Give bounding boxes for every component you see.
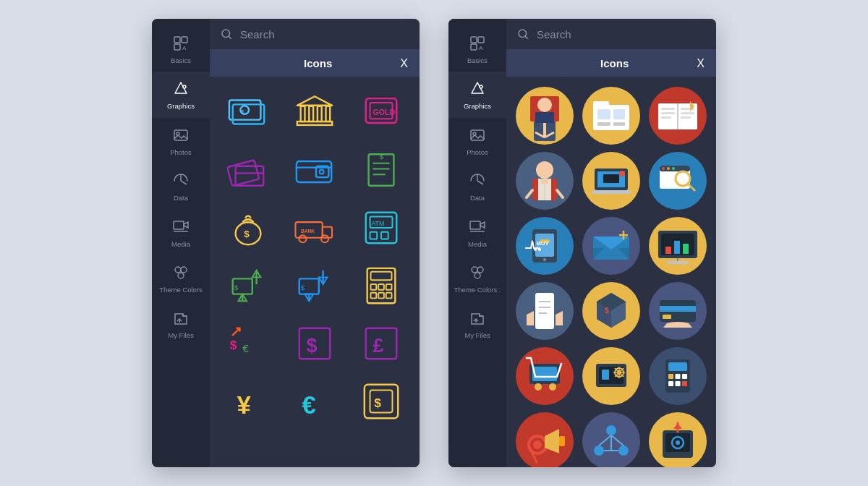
graphics-icon	[171, 79, 191, 99]
flat-icon-mail-envelope[interactable]	[582, 217, 641, 275]
svg-rect-158	[683, 244, 689, 254]
svg-point-201	[618, 446, 629, 456]
flat-icon-search-web[interactable]	[648, 152, 707, 210]
svg-rect-172	[663, 315, 671, 319]
svg-text:BUY: BUY	[537, 240, 550, 247]
flat-icon-credit-card-hand[interactable]	[648, 282, 707, 340]
svg-point-44	[299, 235, 306, 242]
flat-icon-chart-presentation[interactable]	[648, 217, 707, 275]
left-sidebar: A Basics Graphics Photos Data M	[152, 19, 210, 467]
right-sidebar-item-graphics[interactable]: Graphics	[448, 72, 506, 117]
svg-point-93	[472, 267, 477, 273]
outline-icon-money-bag[interactable]: $	[218, 202, 278, 253]
outline-icon-yen[interactable]: ¥	[218, 376, 278, 427]
flat-icon-shopping-cart[interactable]	[515, 347, 574, 405]
right-sidebar-item-data[interactable]: Data	[448, 163, 506, 209]
svg-line-127	[527, 190, 532, 197]
svg-rect-107	[593, 101, 609, 108]
svg-rect-189	[676, 374, 681, 379]
svg-rect-120	[681, 116, 691, 119]
flat-icon-open-book[interactable]	[648, 87, 707, 145]
my-files-icon	[171, 308, 191, 328]
right-close-button[interactable]: X	[697, 58, 705, 69]
sidebar-label-data: Data	[174, 194, 188, 202]
flat-icon-network[interactable]	[582, 412, 641, 467]
flat-icon-box-with-chart[interactable]: $	[582, 282, 641, 340]
right-sidebar-label-my-files: My Files	[464, 331, 490, 339]
outline-icon-calculator2[interactable]	[352, 260, 411, 311]
outline-icon-receipt[interactable]: $	[352, 145, 411, 195]
right-sidebar-item-photos[interactable]: Photos	[448, 118, 506, 163]
right-sidebar-item-media[interactable]: Media	[448, 210, 506, 255]
sidebar-label-theme-colors: Theme Colors	[159, 286, 203, 294]
outline-icon-gold-bar[interactable]: GOLD	[352, 87, 411, 137]
right-sidebar-item-theme-colors[interactable]: Theme Colors :	[448, 255, 506, 301]
outline-icon-bank-truck[interactable]: BANK	[285, 202, 344, 253]
right-icons-header: Icons X	[506, 50, 716, 77]
svg-point-11	[181, 267, 187, 273]
svg-rect-66	[371, 284, 377, 290]
svg-marker-91	[480, 222, 485, 228]
svg-rect-115	[661, 108, 675, 110]
outline-icon-euro[interactable]: €	[285, 376, 344, 427]
basics-icon: A	[171, 33, 191, 54]
sidebar-item-media[interactable]: Media	[152, 210, 210, 255]
outline-icon-dollar-box2[interactable]: $	[352, 376, 411, 427]
flat-icon-presenter[interactable]	[515, 87, 574, 145]
outline-icon-withdrawal[interactable]: $	[285, 260, 344, 311]
svg-rect-191	[668, 381, 673, 386]
svg-rect-117	[661, 116, 671, 119]
left-icons-grid: $ GO	[210, 77, 420, 467]
left-panel: A Basics Graphics Photos Data M	[152, 19, 420, 467]
svg-point-34	[320, 170, 324, 174]
svg-rect-7	[174, 221, 184, 229]
sidebar-item-my-files[interactable]: My Files	[152, 301, 210, 346]
flat-icon-businessperson[interactable]	[515, 152, 574, 210]
sidebar-item-graphics[interactable]: Graphics	[152, 72, 210, 117]
outline-icon-atm[interactable]: ATM	[352, 202, 411, 253]
svg-point-95	[475, 273, 480, 278]
right-sidebar-item-basics[interactable]: A Basics	[448, 26, 506, 72]
svg-point-199	[606, 425, 616, 435]
outline-icon-bank[interactable]	[285, 87, 344, 137]
sidebar-item-data[interactable]: Data	[152, 163, 210, 209]
svg-rect-190	[682, 374, 687, 379]
outline-icon-credit-cards[interactable]	[218, 145, 278, 195]
flat-icon-laptop-workspace[interactable]	[582, 152, 641, 210]
flat-icon-megaphone[interactable]	[515, 412, 574, 467]
svg-rect-0	[174, 37, 180, 43]
right-basics-icon: A	[467, 33, 488, 54]
flat-icon-photos-folder[interactable]	[582, 87, 641, 145]
outline-icon-dollar[interactable]: $	[285, 318, 344, 369]
flat-icon-buy-tablet[interactable]: BUY	[515, 217, 574, 275]
left-close-button[interactable]: X	[400, 58, 408, 69]
sidebar-item-basics[interactable]: A Basics	[152, 26, 210, 72]
svg-point-143	[543, 258, 546, 261]
svg-rect-5	[174, 130, 187, 140]
sidebar-item-theme-colors[interactable]: Theme Colors	[152, 255, 210, 301]
outline-icon-money-bills[interactable]: $	[218, 87, 278, 137]
flat-icon-gear-upload[interactable]	[648, 412, 707, 467]
flat-icon-gear-service[interactable]	[582, 347, 641, 405]
svg-point-137	[667, 167, 670, 170]
sidebar-item-photos[interactable]: Photos	[152, 118, 210, 163]
flat-icon-calculator-flat[interactable]	[648, 347, 707, 405]
right-main-content: Search Icons X	[506, 19, 716, 467]
svg-rect-179	[602, 370, 609, 380]
svg-text:£: £	[373, 335, 383, 357]
sidebar-label-media: Media	[171, 240, 190, 248]
media-icon	[171, 217, 191, 237]
right-search-input[interactable]: Search	[537, 28, 706, 40]
svg-marker-8	[184, 222, 188, 228]
outline-icon-pound[interactable]: £	[352, 318, 411, 369]
left-search-input[interactable]: Search	[240, 28, 409, 40]
right-sidebar-item-my-files[interactable]: My Files	[448, 301, 506, 346]
outline-icon-currency-exchange[interactable]: $ €	[218, 318, 278, 369]
outline-icon-deposit[interactable]: $	[218, 260, 278, 311]
svg-rect-25	[297, 122, 332, 125]
outline-icon-wallet[interactable]	[285, 145, 344, 195]
right-my-files-icon	[467, 308, 488, 328]
svg-point-45	[321, 235, 328, 242]
svg-rect-131	[592, 190, 631, 194]
flat-icon-document-sign[interactable]	[515, 282, 574, 340]
